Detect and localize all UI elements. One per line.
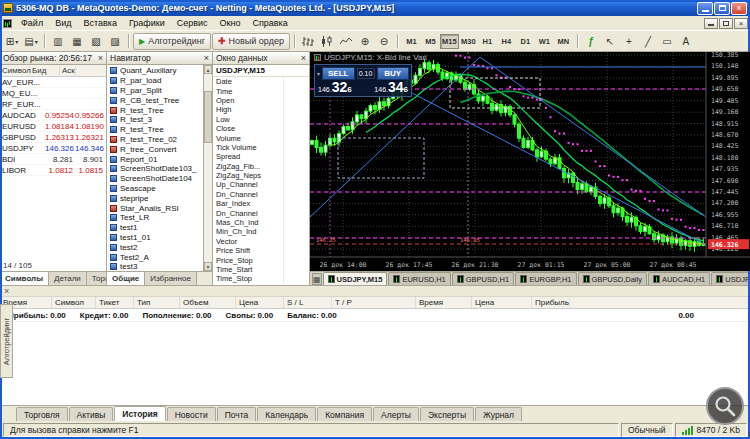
timeframe-button[interactable]: M30 bbox=[459, 34, 478, 49]
cursor-button[interactable]: ↖ bbox=[601, 33, 619, 50]
profiles-button[interactable]: ▤▾ bbox=[22, 33, 40, 50]
toolbox-tab[interactable]: Алерты bbox=[373, 407, 419, 421]
column-header[interactable]: Время bbox=[416, 297, 472, 308]
navigator-item[interactable]: R_CB_test_Tree bbox=[110, 95, 202, 105]
minimize-button[interactable] bbox=[697, 2, 713, 15]
panel-tab[interactable]: Общие bbox=[107, 272, 145, 285]
timeframe-button[interactable]: M1 bbox=[402, 34, 421, 49]
navigator-item[interactable]: R_test_3 bbox=[110, 115, 202, 125]
chart-tab[interactable]: USDJPY,M15 bbox=[323, 272, 388, 285]
market-watch-row[interactable]: AV_EUR... bbox=[0, 77, 106, 88]
menu-item[interactable]: Вставка bbox=[77, 17, 122, 29]
menu-item[interactable]: Вид bbox=[49, 17, 77, 29]
column-header[interactable]: Тикет bbox=[96, 297, 134, 308]
status-connection[interactable]: 8470 / 2 Kb bbox=[675, 423, 747, 437]
market-watch-row[interactable]: AUDCAD 0.95254 0.95266 bbox=[0, 110, 106, 121]
column-header[interactable]: Прибыль bbox=[532, 297, 570, 308]
navigator-item[interactable]: R_tree_Convert bbox=[110, 144, 202, 154]
algo-trading-button[interactable]: ▶Алготрейдинг bbox=[133, 33, 211, 50]
candlestick-button[interactable] bbox=[318, 33, 336, 50]
zoom-overlay-button[interactable] bbox=[706, 387, 744, 425]
column-header[interactable]: Цена bbox=[472, 297, 532, 308]
chart-tab[interactable]: GBPUSD,Daily bbox=[578, 272, 647, 285]
navigator-item[interactable]: Seascape bbox=[110, 184, 202, 194]
panel-tab[interactable]: Торговля bbox=[87, 272, 106, 285]
column-header[interactable]: Бид bbox=[30, 66, 60, 75]
market-watch-row[interactable]: GBPUSD 1.26313 1.26321 bbox=[0, 132, 106, 143]
market-watch-toggle-button[interactable]: ▥ bbox=[49, 33, 67, 50]
bar-chart-button[interactable] bbox=[299, 33, 317, 50]
chevron-down-icon[interactable]: ▾ bbox=[317, 70, 320, 77]
toolbox-tab[interactable]: Компания bbox=[317, 407, 372, 421]
new-order-button[interactable]: ✚Новый ордер bbox=[212, 33, 290, 50]
panel-tab[interactable]: Символы bbox=[0, 272, 49, 285]
market-watch-row[interactable]: MQ_EU... bbox=[0, 88, 106, 99]
close-icon[interactable]: × bbox=[98, 54, 103, 63]
close-icon[interactable]: × bbox=[4, 286, 9, 296]
navigator-item[interactable]: R_par_Split bbox=[110, 86, 202, 96]
maximize-button[interactable] bbox=[714, 2, 730, 15]
toolbox-tab[interactable]: Журнал bbox=[475, 407, 522, 421]
zoom-out-button[interactable]: ⊖ bbox=[375, 33, 393, 50]
column-header[interactable]: Цена bbox=[236, 297, 284, 308]
navigator-item[interactable]: test3 bbox=[110, 262, 202, 271]
column-header[interactable]: Объем bbox=[180, 297, 236, 308]
navigator-item[interactable]: R_test_Tree_02 bbox=[110, 135, 202, 145]
toolbox-tab[interactable]: Торговля bbox=[16, 407, 68, 421]
title-bar[interactable]: 5306-MQ DB - MetaQuotes-Demo: Демо-счет … bbox=[0, 0, 750, 16]
crosshair-button[interactable]: + bbox=[620, 33, 638, 50]
menu-item[interactable]: Справка bbox=[246, 17, 293, 29]
navigator-item[interactable]: Quant_Auxiliary bbox=[110, 66, 202, 76]
menu-item[interactable]: Сервис bbox=[171, 17, 214, 29]
timeframe-button[interactable]: M5 bbox=[421, 34, 440, 49]
toolbox-tab[interactable]: Календарь bbox=[257, 407, 316, 421]
navigator-toggle-button[interactable]: ▧ bbox=[87, 33, 105, 50]
market-watch-row[interactable]: LIBOR 1.0812 1.0815 bbox=[0, 165, 106, 176]
child-close-button[interactable]: × bbox=[734, 18, 748, 29]
navigator-item[interactable]: Test2_A bbox=[110, 252, 202, 262]
navigator-item[interactable]: test1_01 bbox=[110, 233, 202, 243]
close-icon[interactable]: × bbox=[301, 54, 306, 63]
toolbox-tab[interactable]: Активы bbox=[69, 407, 114, 421]
toolbox-tab[interactable]: Новости bbox=[167, 407, 216, 421]
child-minimize-button[interactable] bbox=[704, 18, 718, 29]
chart-tab[interactable]: EURGBP,H1 bbox=[515, 272, 576, 285]
chart-tab[interactable]: AUDCAD,H1 bbox=[648, 272, 710, 285]
navigator-item[interactable]: test2 bbox=[110, 242, 202, 252]
navigator-item[interactable]: ScreenShotDate103_ bbox=[110, 164, 202, 174]
toolbox-tab[interactable]: Почта bbox=[217, 407, 257, 421]
tile-windows-button[interactable]: ▦ bbox=[312, 273, 322, 285]
navigator-item[interactable]: ScreenShotDate104 bbox=[110, 174, 202, 184]
toolbox-toggle-button[interactable]: ▨ bbox=[106, 33, 124, 50]
timeframe-button[interactable]: MN bbox=[554, 34, 573, 49]
chart-window-icon[interactable] bbox=[3, 19, 12, 28]
column-header[interactable]: Аск bbox=[60, 66, 76, 75]
market-watch-row[interactable]: USDJPY 146.326 146.346 bbox=[0, 143, 106, 154]
navigator-item[interactable]: R_par_load bbox=[110, 76, 202, 86]
column-header[interactable]: Символ bbox=[52, 297, 96, 308]
new-chart-button[interactable]: ⊞▾ bbox=[3, 33, 21, 50]
timeframe-button[interactable]: H4 bbox=[497, 34, 516, 49]
timeframe-button[interactable]: H1 bbox=[478, 34, 497, 49]
scrollbar-thumb[interactable] bbox=[204, 91, 212, 143]
navigator-item[interactable]: Star_Analis_RSI bbox=[110, 203, 202, 213]
zoom-in-button[interactable]: ⊕ bbox=[356, 33, 374, 50]
toolbox-tab[interactable]: История bbox=[114, 406, 165, 421]
scroll-down-arrow[interactable]: ▼ bbox=[204, 262, 212, 271]
market-watch-row[interactable]: RF_EUR... bbox=[0, 99, 106, 110]
volume-input[interactable]: 0.10 bbox=[357, 68, 375, 79]
navigator-item[interactable]: Test_LR bbox=[110, 213, 202, 223]
menu-item[interactable]: Файл bbox=[15, 17, 49, 29]
panel-tab[interactable]: Избранное bbox=[145, 272, 197, 285]
market-watch-row[interactable]: BDI 8.281 8.901 bbox=[0, 154, 106, 165]
text-button[interactable]: A bbox=[677, 33, 695, 50]
data-window-toggle-button[interactable]: ▦ bbox=[68, 33, 86, 50]
column-header[interactable]: T / P bbox=[332, 297, 416, 308]
timeframe-button[interactable]: D1 bbox=[516, 34, 535, 49]
line-chart-button[interactable] bbox=[337, 33, 355, 50]
close-button[interactable]: × bbox=[731, 2, 747, 15]
menu-item[interactable]: Графики bbox=[123, 17, 171, 29]
chart-tab[interactable]: EURUSD,H1 bbox=[388, 272, 450, 285]
chart-tab[interactable]: USDJPY,H1 bbox=[711, 272, 750, 285]
scroll-up-arrow[interactable]: ▲ bbox=[204, 65, 212, 74]
